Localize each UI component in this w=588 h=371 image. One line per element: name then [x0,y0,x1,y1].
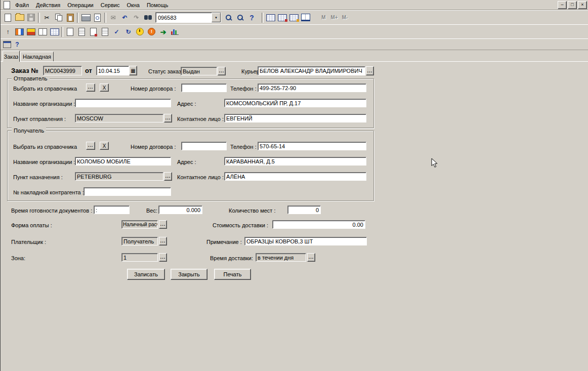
sender-point-picker-button[interactable]: ... [164,114,172,122]
sender-point-field[interactable]: MOSCOW [75,114,163,122]
places-field[interactable]: 0 [287,205,321,214]
recipient-clear-button[interactable]: X [100,142,109,150]
order-date-field[interactable]: 10.04.15 [96,66,129,75]
sender-pick-button[interactable]: ... [86,84,95,92]
copy-button[interactable] [53,12,64,23]
recipient-point-field[interactable]: PETERBURG [75,172,163,181]
menu-file[interactable]: Файл [12,1,32,9]
save-button[interactable] [25,12,37,23]
sender-contract-field[interactable] [181,84,227,92]
status-picker-button[interactable]: ... [218,67,226,75]
menu-actions[interactable]: Действия [32,1,64,9]
context-help-button[interactable]: ? [12,40,22,49]
quick-search-combo[interactable]: 096583 ▼ [155,12,221,23]
post-button[interactable]: ✓ [111,26,122,37]
table-report-button[interactable] [276,12,288,23]
ready-time-field[interactable]: : [94,205,130,214]
journal-button[interactable] [25,26,37,37]
catalog-button[interactable] [14,26,25,37]
reference-book-button[interactable] [300,12,311,23]
calendar-button[interactable]: ▦ [129,66,137,75]
recipient-pick-button[interactable]: ... [86,142,95,150]
recipient-point-picker-button[interactable]: ... [164,172,172,181]
new-button[interactable] [2,12,14,23]
go-button[interactable]: ➔ [157,26,169,37]
table-edit-button[interactable] [288,12,300,23]
paste-button[interactable] [64,12,76,23]
recipient-contract-field[interactable] [181,142,227,150]
sender-contact-label: Контактное лицо : [177,116,224,122]
combo-dropdown-button[interactable]: ▼ [212,13,221,22]
close-form-button[interactable]: Закрыть [171,269,207,280]
up-level-button[interactable]: ↑ [2,26,14,37]
zone-picker-button[interactable]: ... [159,253,167,262]
delivery-time-picker-button[interactable]: ... [307,253,315,262]
delivery-time-field[interactable]: в течении дня [256,253,306,262]
recipient-address-field[interactable]: КАРАВАННАЯ, Д.5 [224,157,366,166]
refresh-button[interactable]: ↻ [122,26,134,37]
quick-search-value[interactable]: 096583 [156,13,212,22]
grid-button[interactable] [49,26,60,37]
alert-button[interactable]: ! [146,26,157,37]
print-preview-button[interactable] [92,12,103,23]
sender-address-label: Адрес : [177,101,196,107]
report-button[interactable] [169,26,181,37]
recipient-phone-field[interactable]: 570-65-14 [258,142,366,150]
tab-waybill[interactable]: Накладная [20,52,54,61]
time-button[interactable] [134,26,146,37]
find-next-button[interactable] [223,12,234,23]
save-record-button[interactable]: Записать [127,269,165,280]
note-field[interactable]: ОБРАЗЦЫ КОВРОВ,3 ШТ [244,237,367,245]
payment-picker-button[interactable]: ... [159,220,167,229]
open-button[interactable] [14,12,25,23]
payment-form-field[interactable]: Наличный расчет [121,220,158,229]
courier-picker-button[interactable]: ... [366,66,374,75]
zone-field[interactable]: 1 [121,253,158,262]
help-button[interactable]: ? [246,12,258,23]
memory-minus-button[interactable]: M- [340,13,350,23]
order-number-field[interactable]: MC0043999 [43,66,82,75]
order-status-field[interactable]: Выдан [181,67,217,75]
find-button[interactable] [142,12,154,23]
redo-button[interactable]: ↷ [131,12,142,23]
app-icon-button[interactable] [2,1,12,10]
memory-plus-button[interactable]: M+ [329,13,340,23]
menu-operations[interactable]: Операции [64,1,97,9]
sender-contact-field[interactable]: ЕВГЕНИЙ [224,114,366,122]
tab-order[interactable]: Заказ [3,51,20,62]
find-previous-button[interactable] [234,12,246,23]
payer-field[interactable]: Получатель [121,237,158,245]
menu-windows[interactable]: Окна [123,1,143,9]
cut-button[interactable]: ✂ [41,12,53,23]
edit-record-button[interactable] [76,26,88,37]
payer-picker-button[interactable]: ... [159,237,167,245]
undo-button[interactable]: ↶ [119,12,131,23]
binoculars-icon [144,15,152,20]
minimize-button[interactable]: – [558,1,567,9]
list-button[interactable] [99,26,111,37]
recipient-waybill-field[interactable] [83,187,171,196]
memory-recall-button[interactable]: M [318,13,329,23]
list-document-icon [102,28,108,36]
sender-clear-button[interactable]: X [100,84,109,92]
close-button[interactable]: × [578,1,587,9]
panels-button[interactable] [37,26,49,37]
menu-help[interactable]: Помощь [143,1,172,9]
recipient-contact-field[interactable]: АЛЁНА [224,172,366,181]
delete-record-button[interactable] [88,26,99,37]
panel-button[interactable] [2,40,12,49]
recipient-org-field[interactable]: КОЛОМБО МОБИЛЕ [75,157,171,166]
menu-service[interactable]: Сервис [97,1,123,9]
table-button[interactable] [265,12,276,23]
sender-org-field[interactable] [75,99,171,107]
print-form-button[interactable]: Печать [214,269,251,280]
restore-button[interactable]: □ [568,1,577,9]
courier-field[interactable]: БЕЛОВ АЛЕКСАНДР ВЛАДИМИРОВИЧ [258,66,365,75]
sender-phone-field[interactable]: 499-255-72-90 [258,84,366,92]
sender-address-field[interactable]: КОМСОМОЛЬСКИЙ ПР, Д.17 [224,99,366,107]
mail-button[interactable]: ✉ [107,12,119,23]
new-record-button[interactable] [64,26,76,37]
print-button[interactable] [80,12,92,23]
delivery-cost-field[interactable]: 0.00 [272,220,365,229]
weight-field[interactable]: 0.000 [158,205,202,214]
